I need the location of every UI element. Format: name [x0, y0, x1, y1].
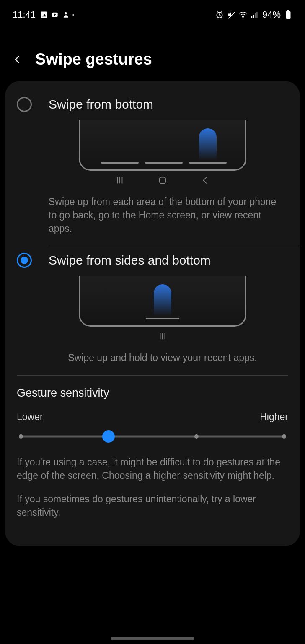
svg-rect-11: [287, 10, 289, 11]
radio-swipe-from-bottom[interactable]: [17, 97, 32, 112]
recents-icon: [115, 176, 124, 187]
page-title: Swipe gestures: [35, 50, 152, 68]
dot-icon: •: [72, 13, 74, 17]
option-swipe-from-bottom[interactable]: Swipe from bottom Swipe up from e: [5, 91, 300, 236]
svg-rect-7: [253, 15, 254, 18]
image-icon: [40, 10, 48, 19]
svg-rect-9: [256, 12, 258, 18]
person-icon: [62, 10, 70, 19]
page-header: Swipe gestures: [0, 25, 305, 81]
svg-rect-0: [41, 12, 47, 18]
slider-thumb[interactable]: [102, 430, 115, 443]
back-nav-icon: [201, 176, 210, 187]
option-title: Swipe from bottom: [49, 97, 153, 112]
mute-icon: [227, 10, 235, 19]
label-lower: Lower: [17, 411, 43, 423]
status-time: 11:41: [13, 9, 36, 20]
back-button[interactable]: [13, 55, 23, 65]
sensitivity-slider[interactable]: [21, 430, 284, 443]
signal-icon: [251, 10, 259, 19]
sensitivity-title: Gesture sensitivity: [17, 387, 288, 400]
battery-percent: 94%: [262, 9, 281, 20]
youtube-icon: [51, 10, 59, 19]
svg-point-2: [65, 12, 67, 14]
alarm-icon: [215, 10, 224, 19]
option-description: Swipe up from each area of the bottom of…: [49, 195, 277, 236]
battery-icon: [284, 10, 292, 19]
nav-icons-row: [49, 176, 277, 187]
radio-swipe-from-sides[interactable]: [17, 253, 32, 268]
option-title: Swipe from sides and bottom: [49, 253, 211, 267]
status-bar: 11:41 • 94%: [0, 0, 305, 25]
svg-rect-10: [286, 11, 291, 19]
svg-rect-8: [255, 13, 256, 18]
home-icon: [158, 176, 167, 187]
label-higher: Higher: [260, 411, 288, 423]
recents-icon: [158, 332, 167, 343]
svg-rect-15: [160, 177, 166, 184]
nav-icons-row: [49, 332, 277, 343]
preview-swipe-from-bottom: [79, 120, 246, 171]
status-notification-icons: •: [40, 10, 74, 19]
settings-card: Swipe from bottom Swipe up from e: [5, 81, 300, 546]
home-indicator[interactable]: [111, 637, 194, 640]
option-swipe-from-sides[interactable]: Swipe from sides and bottom Swipe up and…: [5, 247, 300, 364]
sensitivity-description: If you're using a case, it might be diff…: [17, 455, 288, 519]
gesture-sensitivity-section: Gesture sensitivity Lower Higher If you'…: [5, 376, 300, 519]
preview-swipe-from-sides: [79, 276, 246, 327]
svg-point-5: [243, 16, 244, 18]
svg-rect-6: [251, 16, 253, 18]
option-description: Swipe up and hold to view your recent ap…: [49, 351, 277, 364]
wifi-icon: [239, 10, 247, 19]
